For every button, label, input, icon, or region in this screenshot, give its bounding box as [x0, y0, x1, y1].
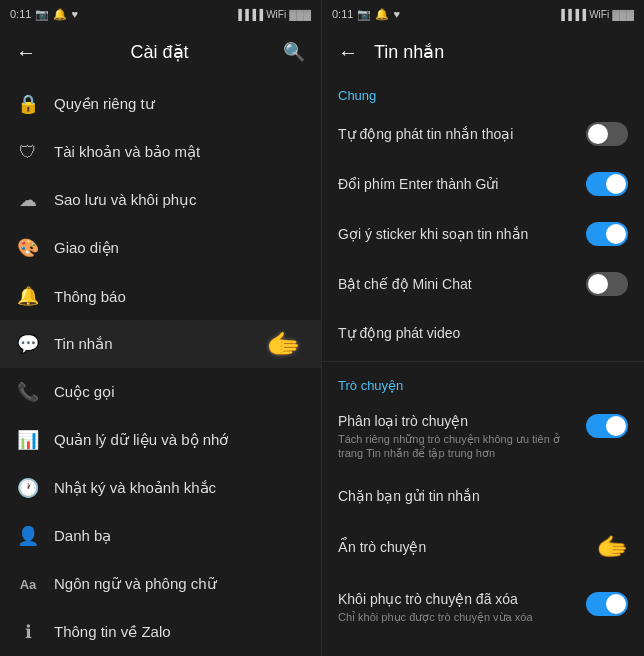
right-time: 0:11	[332, 8, 353, 20]
auto-voice-label: Tự động phát tin nhắn thoại	[338, 125, 576, 143]
messages-settings-title: Tin nhắn	[374, 41, 444, 63]
menu-item-journal[interactable]: 🕐 Nhật ký và khoảnh khắc	[0, 464, 321, 512]
font-icon: Aa	[16, 572, 40, 596]
enter-send-knob	[606, 174, 626, 194]
right-camera-icon: 📷	[357, 8, 371, 21]
menu-item-account[interactable]: 🛡 Tài khoản và bảo mật	[0, 128, 321, 176]
hand-cursor-left: 🫱	[266, 328, 301, 361]
info-icon: ℹ	[16, 620, 40, 644]
time-left: 0:11	[10, 8, 31, 20]
classify-toggle[interactable]	[586, 414, 628, 438]
auto-video-text: Tự động phát video	[338, 324, 628, 342]
status-right: ▐▐▐▐ WiFi ▓▓▓	[235, 9, 311, 20]
menu-label-account: Tài khoản và bảo mật	[54, 143, 305, 161]
menu-label-interface: Giao diện	[54, 239, 305, 257]
left-top-bar: ← Cài đặt 🔍	[0, 28, 321, 76]
setting-auto-video: Tự động phát video	[322, 309, 644, 357]
sticker-suggest-text: Gợi ý sticker khi soạn tin nhắn	[338, 225, 576, 243]
right-status-left: 0:11 📷 🔔 ♥	[332, 8, 400, 21]
right-status-bar: 0:11 📷 🔔 ♥ ▐▐▐▐ WiFi ▓▓▓	[322, 0, 644, 28]
menu-item-calls[interactable]: 📞 Cuộc gọi	[0, 368, 321, 416]
wifi-icon: WiFi	[266, 9, 286, 20]
classify-text: Phân loại trò chuyện Tách riêng những tr…	[338, 412, 576, 461]
restore-knob	[606, 594, 626, 614]
right-bell-icon: 🔔	[375, 8, 389, 21]
restore-text: Khôi phục trò chuyện đã xóa Chỉ khôi phụ…	[338, 590, 576, 624]
menu-item-messages[interactable]: 💬 Tin nhắn 🫱	[0, 320, 321, 368]
enter-send-text: Đổi phím Enter thành Gửi	[338, 175, 576, 193]
menu-item-notifications[interactable]: 🔔 Thông báo	[0, 272, 321, 320]
right-signal-icon: ▐▐▐▐	[558, 9, 586, 20]
menu-item-interface[interactable]: 🎨 Giao diện	[0, 224, 321, 272]
setting-mini-chat: Bật chế độ Mini Chat	[322, 259, 644, 309]
menu-item-about[interactable]: ℹ Thông tin về Zalo	[0, 608, 321, 656]
data-icon: 📊	[16, 428, 40, 452]
menu-item-privacy[interactable]: 🔒 Quyền riêng tư	[0, 80, 321, 128]
sticker-suggest-label: Gợi ý sticker khi soạn tin nhắn	[338, 225, 576, 243]
left-panel: 0:11 📷 🔔 ♥ ▐▐▐▐ WiFi ▓▓▓ ← Cài đặt 🔍 🔒 Q…	[0, 0, 322, 656]
right-top-bar: ← Tin nhắn	[322, 28, 644, 76]
right-wifi-icon: WiFi	[589, 9, 609, 20]
left-status-bar: 0:11 📷 🔔 ♥ ▐▐▐▐ WiFi ▓▓▓	[0, 0, 321, 28]
auto-voice-text: Tự động phát tin nhắn thoại	[338, 125, 576, 143]
right-status-right: ▐▐▐▐ WiFi ▓▓▓	[558, 9, 634, 20]
clock-icon: 🕐	[16, 476, 40, 500]
right-back-button[interactable]: ←	[334, 37, 362, 68]
settings-title: Cài đặt	[130, 41, 188, 63]
mini-chat-toggle[interactable]	[586, 272, 628, 296]
section-general-header: Chung	[322, 76, 644, 109]
classify-label: Phân loại trò chuyện	[338, 412, 576, 430]
setting-classify: Phân loại trò chuyện Tách riêng những tr…	[322, 399, 644, 474]
camera-icon: 📷	[35, 8, 49, 21]
right-panel: 0:11 📷 🔔 ♥ ▐▐▐▐ WiFi ▓▓▓ ← Tin nhắn Chun…	[322, 0, 644, 656]
menu-label-calls: Cuộc gọi	[54, 383, 305, 401]
messages-settings-content: Chung Tự động phát tin nhắn thoại Đổi ph…	[322, 76, 644, 656]
menu-label-privacy: Quyền riêng tư	[54, 95, 305, 113]
section-conversation-header: Trò chuyện	[322, 366, 644, 399]
phone-icon: 📞	[16, 380, 40, 404]
menu-label-about: Thông tin về Zalo	[54, 623, 305, 641]
hide-label: Ẩn trò chuyện	[338, 539, 596, 555]
setting-auto-voice: Tự động phát tin nhắn thoại	[322, 109, 644, 159]
auto-video-label: Tự động phát video	[338, 324, 628, 342]
restore-sub: Chỉ khôi phục được trò chuyện vừa xóa	[338, 610, 576, 624]
setting-block[interactable]: Chặn bạn gửi tin nhắn	[322, 474, 644, 518]
mini-chat-label: Bật chế độ Mini Chat	[338, 275, 576, 293]
menu-item-language[interactable]: Aa Ngôn ngữ và phông chữ	[0, 560, 321, 608]
menu-label-data: Quản lý dữ liệu và bộ nhớ	[54, 431, 305, 449]
classify-sub: Tách riêng những trò chuyện không ưu tiê…	[338, 432, 576, 461]
enter-send-toggle[interactable]	[586, 172, 628, 196]
signal-bars-icon: ▐▐▐▐	[235, 9, 263, 20]
back-button[interactable]: ←	[12, 37, 40, 68]
search-button[interactable]: 🔍	[279, 37, 309, 67]
menu-item-backup[interactable]: ☁ Sao lưu và khôi phục	[0, 176, 321, 224]
setting-sticker-suggest: Gợi ý sticker khi soạn tin nhắn	[322, 209, 644, 259]
heart-icon: ♥	[71, 8, 78, 20]
chat-icon: 💬	[16, 332, 40, 356]
setting-hide[interactable]: Ẩn trò chuyện 🫱	[322, 518, 644, 577]
menu-label-journal: Nhật ký và khoảnh khắc	[54, 479, 305, 497]
enter-send-label: Đổi phím Enter thành Gửi	[338, 175, 576, 193]
auto-voice-knob	[588, 124, 608, 144]
menu-label-language: Ngôn ngữ và phông chữ	[54, 575, 305, 593]
right-heart-icon: ♥	[393, 8, 400, 20]
block-label: Chặn bạn gửi tin nhắn	[338, 488, 628, 504]
palette-icon: 🎨	[16, 236, 40, 260]
sticker-suggest-toggle[interactable]	[586, 222, 628, 246]
setting-restore: Khôi phục trò chuyện đã xóa Chỉ khôi phụ…	[322, 577, 644, 637]
cloud-icon: ☁	[16, 188, 40, 212]
classify-knob	[606, 416, 626, 436]
menu-label-contacts: Danh bạ	[54, 527, 305, 545]
menu-item-contacts[interactable]: 👤 Danh bạ	[0, 512, 321, 560]
menu-item-data[interactable]: 📊 Quản lý dữ liệu và bộ nhớ	[0, 416, 321, 464]
mini-chat-knob	[588, 274, 608, 294]
contacts-icon: 👤	[16, 524, 40, 548]
battery-icon: ▓▓▓	[289, 9, 311, 20]
section-divider	[322, 361, 644, 362]
restore-toggle[interactable]	[586, 592, 628, 616]
mini-chat-text: Bật chế độ Mini Chat	[338, 275, 576, 293]
right-battery-icon: ▓▓▓	[612, 9, 634, 20]
setting-enter-send: Đổi phím Enter thành Gửi	[322, 159, 644, 209]
auto-voice-toggle[interactable]	[586, 122, 628, 146]
status-left: 0:11 📷 🔔 ♥	[10, 8, 78, 21]
